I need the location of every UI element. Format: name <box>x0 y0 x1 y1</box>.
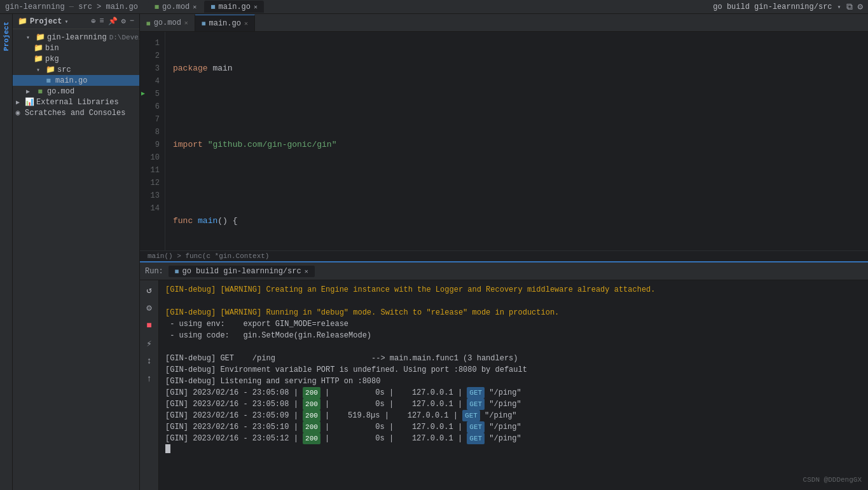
run-tab-icon: ◼ <box>175 267 179 275</box>
console-line-3: - using env: export GIN_MODE=release <box>165 318 862 330</box>
tree-item-gomod[interactable]: ▶ ◼ go.mod <box>13 86 139 97</box>
line-num-1: 1 <box>140 37 165 50</box>
console-line-5: [GIN-debug] GET /ping --> main.main.func… <box>165 353 862 364</box>
root-expand-icon: ▾ <box>23 34 33 41</box>
code-line-2 <box>173 100 868 113</box>
console-line-2: [GIN-debug] [WARNING] Running in "debug"… <box>165 307 862 318</box>
line-num-11: 11 <box>140 164 165 177</box>
src-expand-icon: ▾ <box>33 66 43 74</box>
project-label: Project <box>30 17 62 26</box>
go-mod-file-icon: ◼ <box>155 2 159 11</box>
sidebar-gear-icon[interactable]: ⚙ <box>121 17 126 26</box>
tree-item-src[interactable]: ▾ 📁 src <box>13 64 139 75</box>
root-label: gin-learnning <box>47 33 107 42</box>
filter-button[interactable]: ⚡ <box>142 336 156 350</box>
bin-folder-icon: 📁 <box>33 43 43 53</box>
run-config-dropdown-icon[interactable]: ▾ <box>837 3 841 11</box>
close-tab-maingo-icon[interactable]: ✕ <box>254 3 258 11</box>
console-line-7: [GIN-debug] Listening and serving HTTP o… <box>165 376 862 387</box>
copy-icon[interactable]: ⧉ <box>846 2 853 12</box>
console-output[interactable]: [GIN-debug] [WARNING] Creating an Engine… <box>159 280 868 490</box>
line-num-7: 7 <box>140 113 165 126</box>
line-numbers: 1 2 3 4 ▶ 5 6 7 8 9 10 11 12 13 14 <box>140 32 165 250</box>
sidebar: 📁 Project ▾ ⊕ ≡ 📌 ⚙ − ▾ 📁 gin-learnning … <box>13 14 140 490</box>
settings-icon[interactable]: ⚙ <box>858 1 863 12</box>
tree-item-maingo[interactable]: ◼ main.go <box>13 75 139 86</box>
src-folder-icon: 📁 <box>45 65 55 74</box>
run-tab[interactable]: ◼ go build gin-learnning/src ✕ <box>169 266 315 277</box>
console-line-gin4: [GIN] 2023/02/16 - 23:05:10 | 200 | 0s |… <box>165 421 862 433</box>
gomod-label: go.mod <box>47 87 74 96</box>
project-tree: ▾ 📁 gin-learnning D:\Develop\GO\code\gin… <box>13 29 139 490</box>
gomod-tab-icon: ◼ <box>146 19 151 27</box>
code-line-3: import "github.com/gin-gonic/gin" <box>173 139 868 151</box>
left-panel-tabs: Project <box>0 14 13 490</box>
gomod-expand-icon: ▶ <box>23 88 33 95</box>
run-tab-close-icon[interactable]: ✕ <box>305 268 308 275</box>
sidebar-icons: ⊕ ≡ 📌 ⚙ − <box>91 17 134 26</box>
console-line-1: [GIN-debug] [WARNING] Creating an Engine… <box>165 284 862 296</box>
close-tab-gomod-icon[interactable]: ✕ <box>193 3 196 11</box>
title-right-controls: go build gin-learnning/src ▾ ⧉ ⚙ <box>713 1 863 12</box>
editor-tab-gomod-btn[interactable]: ◼ go.mod ✕ <box>140 15 195 31</box>
sidebar-pin-icon[interactable]: 📌 <box>108 17 118 26</box>
breadcrumb-text: main() > func(c *gin.Context) <box>148 252 269 260</box>
run-label: Run: <box>145 267 163 276</box>
root-path: D:\Develop\GO\code\gin-learnning <box>109 34 139 41</box>
scroll-icon[interactable]: ↕ <box>142 354 156 368</box>
ext-libs-icon: 📊 <box>25 97 34 107</box>
gomod-file-icon: ◼ <box>35 86 45 96</box>
tree-item-extlibs[interactable]: ▶ 📊 External Libraries <box>13 97 139 107</box>
stop-button[interactable]: ■ <box>142 318 156 332</box>
extlibs-label: External Libraries <box>36 98 119 107</box>
tree-item-scratches[interactable]: ◉ Scratches and Consoles <box>13 107 139 118</box>
tree-item-pkg[interactable]: 📁 pkg <box>13 53 139 64</box>
maingo-file-icon: ◼ <box>43 76 53 85</box>
line-num-14: 14 <box>140 202 165 215</box>
console-line-gin3: [GIN] 2023/02/16 - 23:05:09 | 200 | 519.… <box>165 410 862 421</box>
console-line-gin5: [GIN] 2023/02/16 - 23:05:12 | 200 | 0s |… <box>165 433 862 444</box>
sidebar-list-icon[interactable]: ≡ <box>99 17 104 26</box>
maingo-tab-close-icon[interactable]: ✕ <box>244 20 248 27</box>
line-num-9: 9 <box>140 139 165 151</box>
code-line-1: package main <box>173 62 868 75</box>
settings-run-icon[interactable]: ⚙ <box>142 301 156 315</box>
code-content[interactable]: package main import "github.com/gin-goni… <box>165 32 868 250</box>
bin-label: bin <box>45 44 59 53</box>
maingo-label: main.go <box>55 76 87 85</box>
editor-tab-maingo-btn[interactable]: ◼ main.go ✕ <box>195 15 255 31</box>
project-dropdown-icon[interactable]: ▾ <box>64 18 68 25</box>
line-num-10: 10 <box>140 151 165 164</box>
editor-area: ◼ go.mod ✕ ◼ main.go ✕ 1 2 3 4 ▶ 5 6 <box>140 14 868 490</box>
code-editor[interactable]: 1 2 3 4 ▶ 5 6 7 8 9 10 11 12 13 14 packa… <box>140 32 868 250</box>
editor-tab-gomod[interactable]: ◼ go.mod ✕ <box>148 1 203 13</box>
line-num-12: 12 <box>140 177 165 189</box>
editor-tab-maingo[interactable]: ◼ main.go ✕ <box>204 1 264 13</box>
src-label: src <box>57 65 71 74</box>
console-line-blank2 <box>165 341 862 353</box>
tree-item-bin[interactable]: 📁 bin <box>13 43 139 53</box>
run-config-label: go build gin-learnning/src <box>713 3 832 11</box>
console-line-4: - using code: gin.SetMode(gin.ReleaseMod… <box>165 330 862 341</box>
cursor-line <box>165 444 862 453</box>
project-folder-icon: 📁 <box>18 17 27 26</box>
cursor <box>165 444 170 453</box>
sidebar-minimize-icon[interactable]: − <box>130 17 134 26</box>
line-num-4: 4 <box>140 75 165 88</box>
scratches-label: Scratches and Consoles <box>25 109 125 118</box>
tree-item-root[interactable]: ▾ 📁 gin-learnning D:\Develop\GO\code\gin… <box>13 32 139 43</box>
gomod-tab-close-icon[interactable]: ✕ <box>184 19 188 27</box>
sidebar-globe-icon[interactable]: ⊕ <box>91 17 95 26</box>
titlebar: gin-learnning — src > main.go ◼ go.mod ✕… <box>0 0 868 14</box>
line-num-5: ▶ 5 <box>140 88 165 100</box>
pkg-folder-icon: 📁 <box>33 54 43 64</box>
run-body: ↺ ⚙ ■ ⚡ ↕ ↑ [GIN-debug] [WARNING] Creati… <box>140 280 868 490</box>
up-arrow-icon[interactable]: ↑ <box>142 372 156 386</box>
sidebar-header: 📁 Project ▾ ⊕ ≡ 📌 ⚙ − <box>13 14 139 29</box>
project-vtab[interactable]: Project <box>1 17 12 56</box>
line-num-13: 13 <box>140 189 165 202</box>
rerun-button[interactable]: ↺ <box>142 283 156 297</box>
console-line-gin2: [GIN] 2023/02/16 - 23:05:08 | 200 | 0s |… <box>165 398 862 410</box>
go-file-icon: ◼ <box>210 2 215 11</box>
editor-tabs: ◼ go.mod ✕ ◼ main.go ✕ <box>140 14 868 32</box>
